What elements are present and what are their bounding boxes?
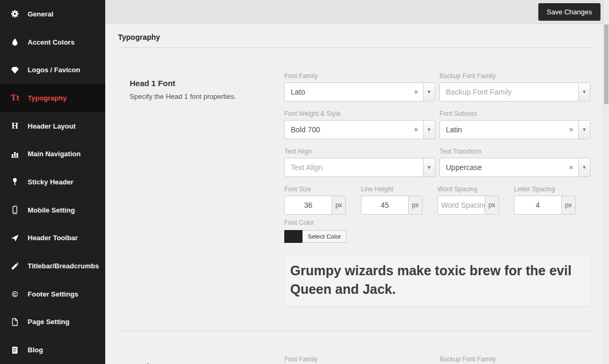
main-content: Typography Head 1 Font Specify the Head … bbox=[105, 24, 603, 364]
sidebar-item-footer-settings[interactable]: © Footer Settings bbox=[0, 280, 105, 308]
sidebar-item-accent-colors[interactable]: Accent Colors bbox=[0, 28, 105, 56]
field-label: Text Align bbox=[284, 148, 435, 155]
save-changes-button[interactable]: Save Changes bbox=[538, 3, 600, 21]
line-height-input[interactable] bbox=[361, 196, 409, 215]
sidebar-item-general[interactable]: General bbox=[0, 0, 105, 28]
select-value: Uppercase bbox=[440, 163, 564, 172]
text-align-field: Text Align Text Align ▼ bbox=[284, 148, 435, 177]
scrollbar-thumb[interactable] bbox=[604, 24, 608, 104]
unit-label: px bbox=[485, 196, 499, 215]
clear-icon[interactable]: × bbox=[564, 125, 578, 134]
sidebar-item-label: Mobile Setting bbox=[28, 206, 75, 214]
copyright-icon: © bbox=[9, 290, 21, 298]
header-layout-icon: H bbox=[9, 121, 21, 131]
letter-spacing-field: Letter Spacing px bbox=[514, 185, 576, 215]
backup-font-family-select[interactable]: Backup Font Family ▼ bbox=[439, 82, 590, 101]
chevron-down-icon[interactable]: ▼ bbox=[578, 121, 590, 139]
section-title: Head 2 Font bbox=[130, 362, 268, 364]
font-weight-select[interactable]: Bold 700 × ▼ bbox=[284, 120, 435, 139]
sidebar-item-header-layout[interactable]: H Header Layout bbox=[0, 112, 105, 140]
page-title: Typography bbox=[118, 33, 590, 41]
text-transform-field: Text Transform Uppercase × ▼ bbox=[439, 148, 590, 177]
font-subsets-field: Font Subsets Latin × ▼ bbox=[439, 110, 590, 139]
word-spacing-input[interactable] bbox=[437, 196, 485, 215]
numeric-row: Font Size px Line Height px Word Spacing bbox=[284, 185, 590, 215]
chevron-down-icon[interactable]: ▼ bbox=[423, 121, 435, 139]
field-label: Font Color bbox=[284, 219, 590, 226]
pin-icon bbox=[9, 177, 21, 186]
clear-icon[interactable]: × bbox=[564, 163, 578, 172]
head1-section-info: Head 1 Font Specify the Head 1 font prop… bbox=[118, 72, 284, 312]
sidebar-item-mobile-setting[interactable]: Mobile Setting bbox=[0, 196, 105, 224]
letter-spacing-input[interactable] bbox=[514, 196, 562, 215]
font-family-select[interactable]: Lato × ▼ bbox=[284, 82, 435, 101]
backup-font-family-field: Backup Font Family Backup Font Family ▼ bbox=[439, 355, 590, 364]
sidebar-item-header-toolbar[interactable]: Header Toolbar bbox=[0, 224, 105, 252]
field-label: Font Family bbox=[284, 72, 435, 80]
blog-icon bbox=[9, 346, 21, 354]
head2-fields: Font Family Oswald × ▼ Backup Font Famil… bbox=[284, 355, 590, 364]
font-family-field: Font Family Oswald × ▼ bbox=[284, 355, 435, 364]
select-value: Lato bbox=[285, 88, 409, 96]
sidebar-item-label: Accent Colors bbox=[28, 38, 74, 46]
word-spacing-field: Word Spacing px bbox=[437, 185, 499, 215]
sidebar-item-label: Header Layout bbox=[28, 122, 75, 130]
field-label: Letter Spacing bbox=[514, 185, 576, 193]
sidebar-item-titlebar-breadcrumbs[interactable]: Titlebar/Breadcrumbs bbox=[0, 252, 105, 280]
topbar: Save Changes bbox=[105, 0, 609, 24]
font-size-input[interactable] bbox=[284, 196, 332, 215]
sidebar-item-label: Footer Settings bbox=[28, 290, 78, 298]
text-align-select[interactable]: Text Align ▼ bbox=[284, 158, 435, 177]
head1-section: Head 1 Font Specify the Head 1 font prop… bbox=[105, 48, 603, 312]
sidebar-item-label: Main Navigation bbox=[28, 150, 81, 158]
chevron-down-icon[interactable]: ▼ bbox=[578, 158, 590, 176]
field-label: Backup Font Family bbox=[439, 355, 590, 363]
select-placeholder: Backup Font Family bbox=[440, 88, 578, 96]
field-label: Line Height bbox=[361, 185, 422, 193]
diamond-icon bbox=[9, 66, 21, 74]
select-value: Latin bbox=[440, 125, 564, 134]
font-weight-field: Font Weight & Style Bold 700 × ▼ bbox=[284, 110, 435, 139]
chevron-down-icon[interactable]: ▼ bbox=[423, 158, 435, 176]
backup-font-family-field: Backup Font Family Backup Font Family ▼ bbox=[439, 72, 590, 101]
unit-label: px bbox=[409, 196, 422, 215]
head1-fields: Font Family Lato × ▼ Backup Font Family … bbox=[284, 72, 590, 312]
sidebar-item-page-setting[interactable]: Page Setting bbox=[0, 308, 105, 336]
bar-chart-icon bbox=[9, 150, 21, 158]
chevron-down-icon[interactable]: ▼ bbox=[578, 83, 590, 101]
head2-section: Head 2 Font Specify the Head 2 font prop… bbox=[105, 331, 603, 364]
field-label: Font Size bbox=[284, 185, 346, 193]
font-subsets-select[interactable]: Latin × ▼ bbox=[439, 120, 590, 139]
section-description: Specify the Head 1 font properties. bbox=[130, 92, 268, 100]
sidebar: General Accent Colors Logos / Favicon Tt… bbox=[0, 0, 105, 364]
pencil-icon bbox=[9, 262, 21, 270]
sidebar-item-label: Page Setting bbox=[28, 318, 70, 326]
sidebar-item-label: Sticky Header bbox=[28, 178, 73, 186]
clear-icon[interactable]: × bbox=[409, 88, 423, 96]
paper-plane-icon bbox=[9, 234, 21, 242]
chevron-down-icon[interactable]: ▼ bbox=[423, 83, 435, 101]
text-transform-select[interactable]: Uppercase × ▼ bbox=[439, 158, 590, 177]
font-family-field: Font Family Lato × ▼ bbox=[284, 72, 435, 101]
select-placeholder: Text Align bbox=[285, 163, 423, 172]
line-height-field: Line Height px bbox=[361, 185, 422, 215]
color-swatch[interactable] bbox=[284, 230, 302, 243]
sidebar-item-typography[interactable]: Tt Typography bbox=[0, 84, 105, 112]
sidebar-item-logos-favicon[interactable]: Logos / Favicon bbox=[0, 56, 105, 84]
scrollbar[interactable] bbox=[603, 0, 609, 364]
font-preview: Grumpy wizards make toxic brew for the e… bbox=[284, 255, 590, 307]
typography-icon: Tt bbox=[9, 93, 21, 103]
unit-label: px bbox=[562, 196, 576, 215]
head2-section-info: Head 2 Font Specify the Head 2 font prop… bbox=[118, 355, 284, 364]
sidebar-item-main-navigation[interactable]: Main Navigation bbox=[0, 140, 105, 168]
sidebar-item-sticky-header[interactable]: Sticky Header bbox=[0, 168, 105, 196]
select-value: Bold 700 bbox=[285, 125, 409, 134]
droplet-icon bbox=[9, 38, 21, 46]
field-label: Word Spacing bbox=[437, 185, 499, 193]
font-color-field: Font Color Select Color bbox=[284, 219, 590, 245]
field-label: Text Transform bbox=[439, 148, 590, 155]
sidebar-item-blog[interactable]: Blog bbox=[0, 336, 105, 364]
select-color-button[interactable]: Select Color bbox=[302, 230, 346, 243]
clear-icon[interactable]: × bbox=[409, 125, 423, 134]
page-title-wrap: Typography bbox=[118, 24, 590, 48]
